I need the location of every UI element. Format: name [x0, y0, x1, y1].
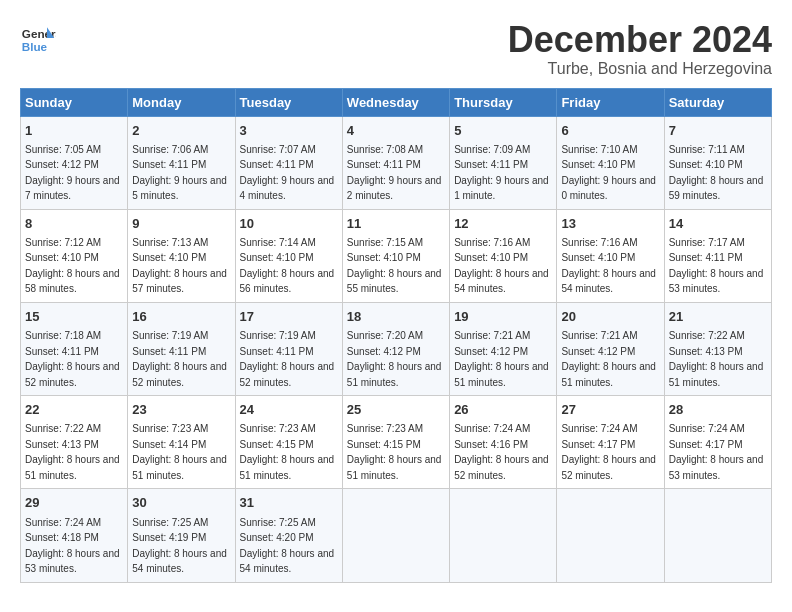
svg-text:Blue: Blue [22, 40, 48, 53]
day-number: 7 [669, 122, 767, 140]
weekday-header-friday: Friday [557, 88, 664, 116]
day-cell-24: 24Sunrise: 7:23 AMSunset: 4:15 PMDayligh… [235, 396, 342, 489]
day-number: 11 [347, 215, 445, 233]
weekday-header-monday: Monday [128, 88, 235, 116]
day-cell-7: 7Sunrise: 7:11 AMSunset: 4:10 PMDaylight… [664, 116, 771, 209]
day-info: Sunrise: 7:24 AMSunset: 4:17 PMDaylight:… [561, 423, 656, 481]
day-number: 13 [561, 215, 659, 233]
title-block: December 2024 Turbe, Bosnia and Herzegov… [508, 20, 772, 78]
day-cell-22: 22Sunrise: 7:22 AMSunset: 4:13 PMDayligh… [21, 396, 128, 489]
day-cell-13: 13Sunrise: 7:16 AMSunset: 4:10 PMDayligh… [557, 209, 664, 302]
day-info: Sunrise: 7:25 AMSunset: 4:20 PMDaylight:… [240, 517, 335, 575]
logo: General Blue [20, 20, 56, 56]
day-cell-9: 9Sunrise: 7:13 AMSunset: 4:10 PMDaylight… [128, 209, 235, 302]
day-info: Sunrise: 7:23 AMSunset: 4:14 PMDaylight:… [132, 423, 227, 481]
day-cell-29: 29Sunrise: 7:24 AMSunset: 4:18 PMDayligh… [21, 489, 128, 582]
day-info: Sunrise: 7:16 AMSunset: 4:10 PMDaylight:… [454, 237, 549, 295]
day-cell-28: 28Sunrise: 7:24 AMSunset: 4:17 PMDayligh… [664, 396, 771, 489]
day-cell-11: 11Sunrise: 7:15 AMSunset: 4:10 PMDayligh… [342, 209, 449, 302]
day-cell-3: 3Sunrise: 7:07 AMSunset: 4:11 PMDaylight… [235, 116, 342, 209]
calendar-subtitle: Turbe, Bosnia and Herzegovina [508, 60, 772, 78]
week-row-3: 15Sunrise: 7:18 AMSunset: 4:11 PMDayligh… [21, 302, 772, 395]
empty-cell [450, 489, 557, 582]
day-info: Sunrise: 7:08 AMSunset: 4:11 PMDaylight:… [347, 144, 442, 202]
day-cell-10: 10Sunrise: 7:14 AMSunset: 4:10 PMDayligh… [235, 209, 342, 302]
day-cell-5: 5Sunrise: 7:09 AMSunset: 4:11 PMDaylight… [450, 116, 557, 209]
day-cell-14: 14Sunrise: 7:17 AMSunset: 4:11 PMDayligh… [664, 209, 771, 302]
day-cell-30: 30Sunrise: 7:25 AMSunset: 4:19 PMDayligh… [128, 489, 235, 582]
day-number: 19 [454, 308, 552, 326]
weekday-header-saturday: Saturday [664, 88, 771, 116]
day-info: Sunrise: 7:25 AMSunset: 4:19 PMDaylight:… [132, 517, 227, 575]
day-number: 9 [132, 215, 230, 233]
day-info: Sunrise: 7:24 AMSunset: 4:16 PMDaylight:… [454, 423, 549, 481]
day-cell-4: 4Sunrise: 7:08 AMSunset: 4:11 PMDaylight… [342, 116, 449, 209]
weekday-header-thursday: Thursday [450, 88, 557, 116]
day-info: Sunrise: 7:23 AMSunset: 4:15 PMDaylight:… [347, 423, 442, 481]
day-info: Sunrise: 7:22 AMSunset: 4:13 PMDaylight:… [25, 423, 120, 481]
day-cell-18: 18Sunrise: 7:20 AMSunset: 4:12 PMDayligh… [342, 302, 449, 395]
weekday-header-sunday: Sunday [21, 88, 128, 116]
day-info: Sunrise: 7:19 AMSunset: 4:11 PMDaylight:… [132, 330, 227, 388]
day-info: Sunrise: 7:12 AMSunset: 4:10 PMDaylight:… [25, 237, 120, 295]
day-info: Sunrise: 7:11 AMSunset: 4:10 PMDaylight:… [669, 144, 764, 202]
day-cell-16: 16Sunrise: 7:19 AMSunset: 4:11 PMDayligh… [128, 302, 235, 395]
empty-cell [342, 489, 449, 582]
day-info: Sunrise: 7:09 AMSunset: 4:11 PMDaylight:… [454, 144, 549, 202]
day-info: Sunrise: 7:19 AMSunset: 4:11 PMDaylight:… [240, 330, 335, 388]
day-number: 3 [240, 122, 338, 140]
day-number: 30 [132, 494, 230, 512]
day-number: 14 [669, 215, 767, 233]
day-info: Sunrise: 7:07 AMSunset: 4:11 PMDaylight:… [240, 144, 335, 202]
empty-cell [664, 489, 771, 582]
day-cell-8: 8Sunrise: 7:12 AMSunset: 4:10 PMDaylight… [21, 209, 128, 302]
day-cell-15: 15Sunrise: 7:18 AMSunset: 4:11 PMDayligh… [21, 302, 128, 395]
day-cell-31: 31Sunrise: 7:25 AMSunset: 4:20 PMDayligh… [235, 489, 342, 582]
day-number: 26 [454, 401, 552, 419]
week-row-2: 8Sunrise: 7:12 AMSunset: 4:10 PMDaylight… [21, 209, 772, 302]
day-cell-23: 23Sunrise: 7:23 AMSunset: 4:14 PMDayligh… [128, 396, 235, 489]
day-cell-2: 2Sunrise: 7:06 AMSunset: 4:11 PMDaylight… [128, 116, 235, 209]
day-number: 17 [240, 308, 338, 326]
day-cell-19: 19Sunrise: 7:21 AMSunset: 4:12 PMDayligh… [450, 302, 557, 395]
day-number: 21 [669, 308, 767, 326]
calendar-table: SundayMondayTuesdayWednesdayThursdayFrid… [20, 88, 772, 583]
empty-cell [557, 489, 664, 582]
day-number: 4 [347, 122, 445, 140]
day-info: Sunrise: 7:18 AMSunset: 4:11 PMDaylight:… [25, 330, 120, 388]
page-header: General Blue December 2024 Turbe, Bosnia… [20, 20, 772, 78]
day-number: 24 [240, 401, 338, 419]
day-info: Sunrise: 7:20 AMSunset: 4:12 PMDaylight:… [347, 330, 442, 388]
calendar-title: December 2024 [508, 20, 772, 60]
day-number: 22 [25, 401, 123, 419]
day-number: 15 [25, 308, 123, 326]
week-row-4: 22Sunrise: 7:22 AMSunset: 4:13 PMDayligh… [21, 396, 772, 489]
day-number: 1 [25, 122, 123, 140]
week-row-5: 29Sunrise: 7:24 AMSunset: 4:18 PMDayligh… [21, 489, 772, 582]
day-cell-21: 21Sunrise: 7:22 AMSunset: 4:13 PMDayligh… [664, 302, 771, 395]
day-number: 5 [454, 122, 552, 140]
day-cell-25: 25Sunrise: 7:23 AMSunset: 4:15 PMDayligh… [342, 396, 449, 489]
day-cell-6: 6Sunrise: 7:10 AMSunset: 4:10 PMDaylight… [557, 116, 664, 209]
day-cell-20: 20Sunrise: 7:21 AMSunset: 4:12 PMDayligh… [557, 302, 664, 395]
day-number: 27 [561, 401, 659, 419]
day-info: Sunrise: 7:16 AMSunset: 4:10 PMDaylight:… [561, 237, 656, 295]
day-number: 18 [347, 308, 445, 326]
day-info: Sunrise: 7:06 AMSunset: 4:11 PMDaylight:… [132, 144, 227, 202]
day-number: 2 [132, 122, 230, 140]
day-number: 12 [454, 215, 552, 233]
day-cell-27: 27Sunrise: 7:24 AMSunset: 4:17 PMDayligh… [557, 396, 664, 489]
day-cell-1: 1Sunrise: 7:05 AMSunset: 4:12 PMDaylight… [21, 116, 128, 209]
day-info: Sunrise: 7:22 AMSunset: 4:13 PMDaylight:… [669, 330, 764, 388]
day-info: Sunrise: 7:21 AMSunset: 4:12 PMDaylight:… [561, 330, 656, 388]
day-number: 16 [132, 308, 230, 326]
day-cell-12: 12Sunrise: 7:16 AMSunset: 4:10 PMDayligh… [450, 209, 557, 302]
weekday-header-wednesday: Wednesday [342, 88, 449, 116]
day-info: Sunrise: 7:21 AMSunset: 4:12 PMDaylight:… [454, 330, 549, 388]
day-info: Sunrise: 7:13 AMSunset: 4:10 PMDaylight:… [132, 237, 227, 295]
day-cell-17: 17Sunrise: 7:19 AMSunset: 4:11 PMDayligh… [235, 302, 342, 395]
week-row-1: 1Sunrise: 7:05 AMSunset: 4:12 PMDaylight… [21, 116, 772, 209]
day-number: 25 [347, 401, 445, 419]
weekday-header-row: SundayMondayTuesdayWednesdayThursdayFrid… [21, 88, 772, 116]
day-number: 28 [669, 401, 767, 419]
